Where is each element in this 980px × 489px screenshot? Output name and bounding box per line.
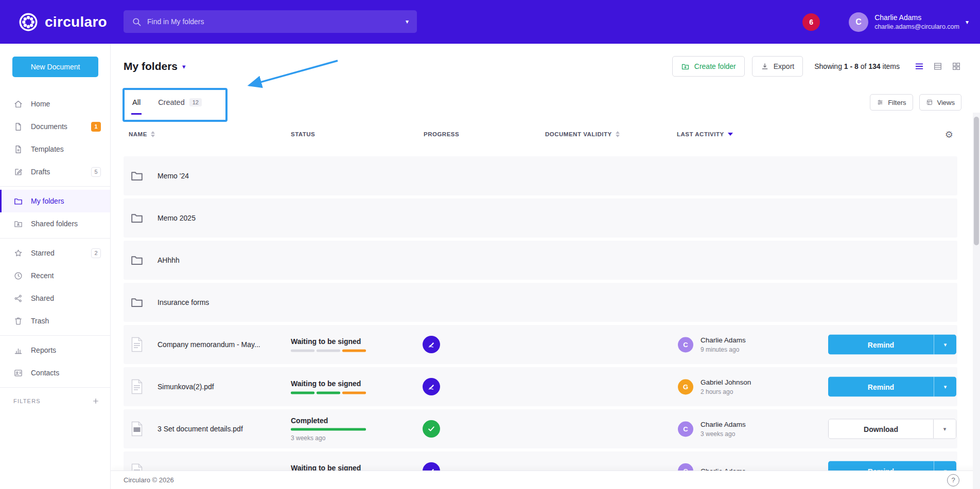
folder-icon[interactable] [130,295,144,310]
row-name[interactable]: Memo '24 [157,172,189,180]
sidebar-item-label: Starred [31,249,83,257]
sidebar-item-drafts[interactable]: Drafts 5 [0,160,110,183]
tab-all[interactable]: All [131,95,142,115]
views-button-label: Views [937,99,955,106]
download-icon [761,62,769,70]
column-header-last-activity[interactable]: LAST ACTIVITY [677,131,733,137]
views-icon [926,99,933,106]
grid-view-icon[interactable] [951,61,961,71]
folder-icon[interactable] [130,211,144,225]
avatar: C [678,337,693,352]
action-caret-icon[interactable]: ▾ [933,420,956,439]
sort-descending-icon [728,133,733,136]
sidebar-item-label: Drafts [31,168,83,176]
table-row[interactable]: Memo '24 [124,156,957,195]
progress-bar [291,392,366,394]
sidebar-item-label: Templates [31,145,101,153]
column-header-name[interactable]: NAME [129,131,155,137]
scrollbar-track[interactable] [973,113,980,489]
folder-icon[interactable] [130,253,144,267]
table-row[interactable]: AHhhh [124,241,957,280]
table-row[interactable]: Simunkova(2).pdf Waiting to be signed G … [124,367,957,406]
page-title[interactable]: My folders ▾ [124,60,186,73]
column-header-document-validity[interactable]: DOCUMENT VALIDITY [545,131,620,137]
activity-time: 3 weeks ago [701,430,746,438]
global-search[interactable]: ▾ [124,10,417,33]
user-meta: Charlie Adams charlie.adams@circularo.co… [874,13,959,30]
tab-created-label: Created [158,98,185,106]
sidebar-item-my-folders[interactable]: My folders [0,190,110,212]
row-status: Waiting to be signed [291,379,366,394]
remind-button[interactable]: Remind [828,335,934,355]
brand-logo[interactable]: circularo [18,0,107,44]
table-row[interactable]: Memo 2025 [124,198,957,238]
table-row[interactable]: 3 Set document details.pdf Completed 3 w… [124,409,957,448]
column-header-progress[interactable]: PROGRESS [424,131,459,137]
sidebar-divider [0,238,110,239]
tab-created[interactable]: Created 12 [157,95,203,115]
row-name[interactable]: Memo 2025 [157,214,196,222]
help-button[interactable]: ? [947,474,959,486]
action-caret-icon[interactable]: ▾ [934,377,956,397]
sidebar-filters-row: FILTERS [0,391,110,411]
signature-status-icon[interactable] [423,378,440,395]
create-folder-label: Create folder [694,62,736,70]
document-icon[interactable] [131,421,143,437]
title-caret-icon: ▾ [182,63,186,70]
new-document-button[interactable]: New Document [12,57,98,77]
row-status: Waiting to be signed [291,337,366,352]
footer: Circularo © 2026 ? [111,470,980,489]
sidebar-item-label: Home [31,100,101,108]
list-view-icon[interactable] [914,61,924,71]
remind-button[interactable]: Remind [828,377,934,397]
row-last-activity: C Charlie Adams 3 weeks ago [678,421,746,438]
column-header-status[interactable]: STATUS [291,131,315,137]
search-scope-caret-icon[interactable]: ▾ [398,18,409,25]
row-name[interactable]: Company memorandum - May... [157,340,260,349]
sidebar-item-contacts[interactable]: Contacts [0,361,110,384]
document-icon[interactable] [131,379,143,394]
sidebar-item-templates[interactable]: Templates [0,138,110,160]
row-name[interactable]: Insurance forms [157,298,209,306]
sidebar-item-shared[interactable]: Shared [0,287,110,310]
search-input[interactable] [147,17,393,26]
signature-status-icon[interactable] [423,336,440,353]
scrollbar-thumb[interactable] [974,117,979,245]
sliders-icon [877,99,884,106]
table-row[interactable]: Insurance forms [124,283,957,322]
sidebar-item-starred[interactable]: Starred 2 [0,242,110,264]
sidebar-item-reports[interactable]: Reports [0,339,110,361]
sidebar-item-documents[interactable]: Documents 1 [0,115,110,138]
table-view-icon[interactable] [933,61,943,71]
user-menu-caret-icon[interactable]: ▾ [966,19,969,26]
download-button[interactable]: Download [829,420,933,439]
export-button[interactable]: Export [752,56,803,77]
status-time: 3 weeks ago [291,434,366,442]
views-button[interactable]: Views [919,94,961,111]
view-toggles [914,61,961,71]
row-name[interactable]: AHhhh [157,256,180,264]
action-caret-icon[interactable]: ▾ [934,335,956,355]
add-filter-icon[interactable] [92,397,100,405]
sidebar-item-shared-folders[interactable]: Shared folders [0,212,110,235]
activity-time: 9 minutes ago [701,346,746,353]
filters-button[interactable]: Filters [870,94,913,111]
sidebar-item-home[interactable]: Home [0,93,110,115]
completed-check-icon[interactable] [423,420,440,438]
sidebar-nav: Home Documents 1 Templates Drafts 5 My f… [0,93,110,411]
status-text: Completed [291,416,366,425]
sidebar-item-trash[interactable]: Trash [0,310,110,332]
sidebar-item-recent[interactable]: Recent [0,264,110,287]
activity-user: Gabriel Johnson [701,378,751,386]
sidebar-divider [0,387,110,388]
notifications-badge[interactable]: 6 [802,13,820,31]
create-folder-button[interactable]: Create folder [672,56,745,77]
user-avatar[interactable]: C [849,12,868,32]
folder-icon[interactable] [130,169,144,183]
avatar: C [678,421,693,437]
gear-icon[interactable]: ⚙ [945,129,953,140]
row-name[interactable]: 3 Set document details.pdf [157,425,243,433]
row-name[interactable]: Simunkova(2).pdf [157,383,214,391]
document-icon[interactable] [131,337,143,352]
table-row[interactable]: Company memorandum - May... Waiting to b… [124,325,957,364]
